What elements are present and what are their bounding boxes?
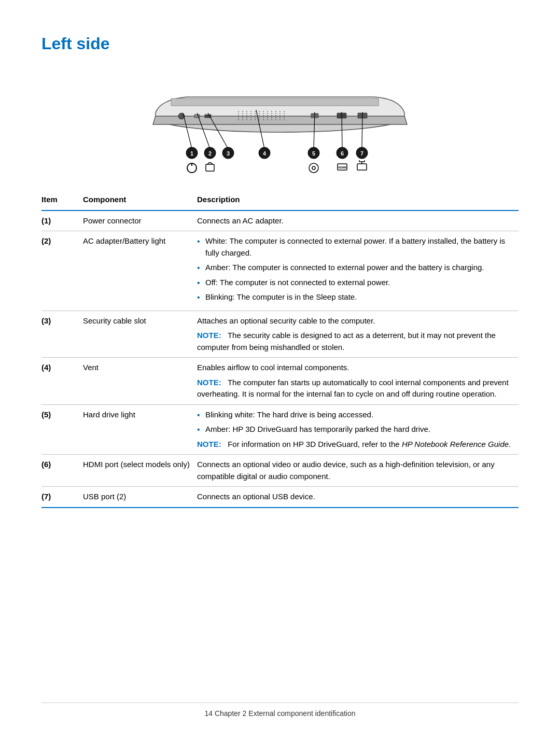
component-description: Enables airflow to cool internal compone… — [197, 358, 519, 405]
description-text: Attaches an optional security cable to t… — [197, 316, 375, 325]
list-item: Off: The computer is not connected to ex… — [197, 277, 512, 289]
component-name: Vent — [83, 358, 197, 405]
note-paragraph: NOTE: The security cable is designed to … — [197, 330, 512, 353]
footer-label: 14 Chapter 2 External component identifi… — [204, 708, 355, 719]
page-title: Left side — [41, 31, 519, 56]
svg-text:1: 1 — [190, 150, 193, 157]
item-number: (1) — [41, 210, 83, 231]
item-number: (2) — [41, 231, 83, 311]
list-item: Blinking white: The hard drive is being … — [197, 409, 512, 421]
component-description: Connects an optional video or audio devi… — [197, 455, 519, 487]
table-row: (4) Vent Enables airflow to cool interna… — [41, 358, 519, 405]
svg-text:HDMI: HDMI — [338, 166, 346, 169]
component-name: Security cable slot — [83, 311, 197, 358]
laptop-diagram-container: 1 2 3 4 5 6 7 — [41, 68, 519, 177]
svg-point-44 — [312, 166, 315, 170]
component-description: Attaches an optional security cable to t… — [197, 311, 519, 358]
header-component: Component — [83, 190, 197, 210]
item-number: (4) — [41, 358, 83, 405]
component-name: HDMI port (select models only) — [83, 455, 197, 487]
component-name: AC adapter/Battery light — [83, 231, 197, 311]
svg-rect-42 — [206, 164, 214, 171]
table-header-row: Item Component Description — [41, 190, 519, 210]
component-description: Connects an AC adapter. — [197, 210, 519, 231]
table-row: (3) Security cable slot Attaches an opti… — [41, 311, 519, 358]
table-row: (6) HDMI port (select models only) Conne… — [41, 455, 519, 487]
svg-text:5: 5 — [312, 150, 315, 157]
bullet-list: White: The computer is connected to exte… — [197, 235, 512, 303]
laptop-diagram-svg: 1 2 3 4 5 6 7 — [119, 68, 441, 177]
note-paragraph: NOTE: The computer fan starts up automat… — [197, 377, 512, 400]
component-name: USB port (2) — [83, 487, 197, 508]
component-description: White: The computer is connected to exte… — [197, 231, 519, 311]
list-item: Blinking: The computer is in the Sleep s… — [197, 291, 512, 303]
bullet-list: Blinking white: The hard drive is being … — [197, 409, 512, 435]
item-number: (7) — [41, 487, 83, 508]
svg-text:6: 6 — [341, 150, 344, 157]
table-row: (1) Power connector Connects an AC adapt… — [41, 210, 519, 231]
item-number: (3) — [41, 311, 83, 358]
component-name: Power connector — [83, 210, 197, 231]
component-description: Connects an optional USB device. — [197, 487, 519, 508]
note-label: NOTE: — [197, 331, 221, 340]
svg-text:2: 2 — [208, 150, 212, 157]
svg-point-43 — [309, 163, 318, 173]
svg-rect-47 — [357, 164, 367, 170]
list-item: White: The computer is connected to exte… — [197, 235, 512, 259]
page-footer: 14 Chapter 2 External component identifi… — [41, 702, 519, 719]
list-item: Amber: HP 3D DriveGuard has temporarily … — [197, 424, 512, 435]
note-label: NOTE: — [197, 378, 221, 387]
item-number: (5) — [41, 404, 83, 455]
component-description: Blinking white: The hard drive is being … — [197, 404, 519, 455]
table-row: (7) USB port (2) Connects an optional US… — [41, 487, 519, 508]
component-name: Hard drive light — [83, 404, 197, 455]
note-paragraph: NOTE: For information on HP 3D DriveGuar… — [197, 439, 512, 451]
table-row: (2) AC adapter/Battery light White: The … — [41, 231, 519, 311]
component-table: Item Component Description (1) Power con… — [41, 190, 519, 508]
table-row: (5) Hard drive light Blinking white: The… — [41, 404, 519, 455]
list-item: Amber: The computer is connected to exte… — [197, 262, 512, 274]
svg-text:7: 7 — [360, 150, 363, 157]
footer-text: 14 Chapter 2 External component identifi… — [41, 708, 519, 719]
svg-text:3: 3 — [227, 150, 230, 157]
header-description: Description — [197, 190, 519, 210]
description-text: Enables airflow to cool internal compone… — [197, 363, 349, 372]
note-label: NOTE: — [197, 440, 221, 448]
svg-text:4: 4 — [263, 150, 267, 157]
item-number: (6) — [41, 455, 83, 487]
italic-reference: HP Notebook Reference Guide — [402, 440, 509, 448]
header-item: Item — [41, 190, 83, 210]
